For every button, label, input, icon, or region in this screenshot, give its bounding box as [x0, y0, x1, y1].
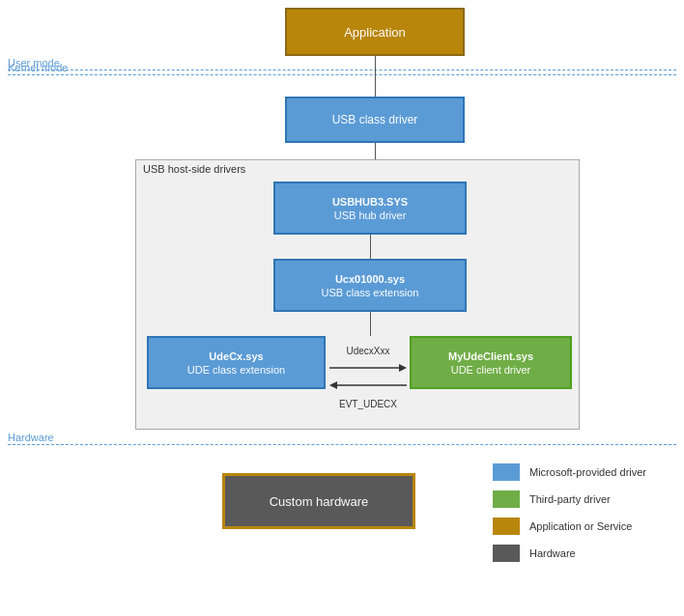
connector-app-usb [375, 56, 376, 97]
myude-line2: UDE client driver [451, 364, 531, 376]
legend-color-appservice [493, 518, 520, 535]
mode-lines: User mode Kernel mode [8, 70, 676, 75]
application-box: Application [285, 8, 465, 56]
udecx-box: UdeCx.sys UDE class extension [147, 336, 326, 389]
application-label: Application [344, 25, 406, 40]
legend-item-thirdparty: Third-party driver [493, 490, 646, 508]
svg-marker-3 [329, 381, 337, 389]
hardware-label: Hardware [8, 432, 54, 443]
legend-text-microsoft: Microsoft-provided driver [529, 465, 646, 479]
legend: Microsoft-provided driver Third-party dr… [493, 463, 646, 562]
custom-hardware-box: Custom hardware [222, 473, 415, 529]
svg-marker-1 [399, 364, 407, 372]
legend-item-hardware: Hardware [493, 545, 646, 562]
kernel-mode-line: Kernel mode [8, 74, 676, 75]
legend-item-appservice: Application or Service [493, 518, 646, 535]
ucx-line1: Ucx01000.sys [335, 273, 405, 285]
legend-color-microsoft [493, 463, 520, 481]
arrow-svg [329, 358, 407, 397]
legend-text-appservice: Application or Service [529, 519, 632, 533]
hardware-line-area: Hardware [8, 444, 676, 445]
usbhub-box: USBHUB3.SYS USB hub driver [273, 182, 467, 235]
legend-item-microsoft: Microsoft-provided driver [493, 463, 646, 481]
arrow-area: UdecxXxx EVT_UDECX [328, 346, 408, 409]
udecx-line1: UdeCx.sys [209, 350, 263, 362]
ucx-line2: USB class extension [322, 287, 419, 298]
usb-host-label: USB host-side drivers [143, 163, 245, 175]
connector-ucx-udecx [370, 312, 371, 336]
usb-class-driver-box: USB class driver [285, 97, 465, 143]
custom-hardware-label: Custom hardware [270, 494, 369, 509]
legend-color-hardware [493, 545, 520, 562]
connector-hub-ucx [370, 235, 371, 259]
myude-box: MyUdeClient.sys UDE client driver [410, 336, 572, 389]
myude-line1: MyUdeClient.sys [448, 350, 533, 362]
legend-text-hardware: Hardware [529, 546, 576, 560]
usbhub-line1: USBHUB3.SYS [332, 196, 408, 208]
user-mode-line: User mode [8, 70, 676, 70]
udecx-line2: UDE class extension [187, 364, 286, 376]
diagram-container: Application User mode Kernel mode USB cl… [0, 0, 684, 616]
kernel-mode-label: Kernel mode [8, 62, 68, 73]
hardware-line: Hardware [8, 444, 676, 445]
legend-color-thirdparty [493, 490, 520, 508]
usb-class-driver-label: USB class driver [332, 113, 418, 126]
ucx-box: Ucx01000.sys USB class extension [273, 259, 467, 312]
arrow-label-top: UdecxXxx [346, 346, 389, 356]
legend-text-thirdparty: Third-party driver [529, 492, 611, 506]
usbhub-line2: USB hub driver [334, 210, 407, 221]
arrow-label-bottom: EVT_UDECX [339, 399, 397, 409]
